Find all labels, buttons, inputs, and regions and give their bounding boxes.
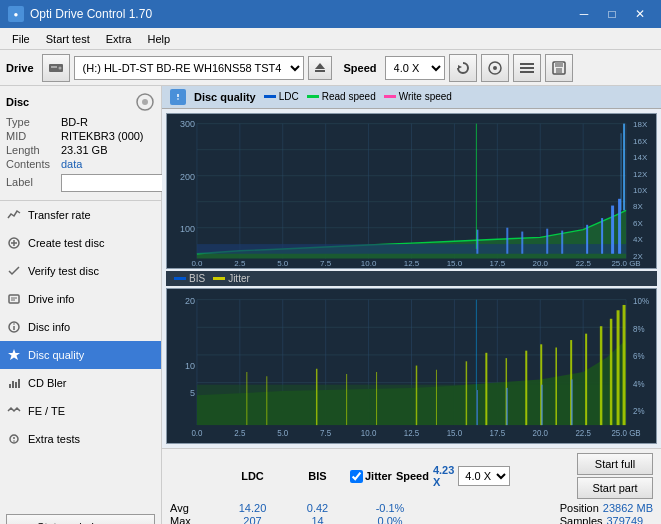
sidebar-item-drive-info[interactable]: Drive info xyxy=(0,285,161,313)
menu-file[interactable]: File xyxy=(4,31,38,47)
disc-icon-btn[interactable] xyxy=(481,54,509,82)
avg-jitter: -0.1% xyxy=(350,502,430,514)
speed-select[interactable]: 4.0 X xyxy=(385,56,445,80)
svg-text:10: 10 xyxy=(185,360,195,370)
legend-jitter: Jitter xyxy=(213,273,250,284)
svg-rect-81 xyxy=(506,227,508,253)
extra-tests-label: Extra tests xyxy=(28,433,80,445)
app-icon: ● xyxy=(8,6,24,22)
disc-mid-value: RITEKBR3 (000) xyxy=(61,130,144,142)
bis-legend-label: BIS xyxy=(189,273,205,284)
svg-rect-10 xyxy=(520,71,534,73)
svg-text:12.5: 12.5 xyxy=(404,428,420,437)
sidebar-item-cd-bler[interactable]: CD Bler xyxy=(0,369,161,397)
svg-text:10.0: 10.0 xyxy=(361,428,377,437)
svg-text:5.0: 5.0 xyxy=(277,259,289,268)
legend-ldc: LDC xyxy=(264,91,299,102)
disc-contents-value: data xyxy=(61,158,82,170)
toolbar: Drive (H:) HL-DT-ST BD-RE WH16NS58 TST4 … xyxy=(0,50,661,86)
stats-left-cols: Avg 14.20 0.42 -0.1% Max 207 14 0.0% Tot… xyxy=(170,502,552,524)
cd-bler-icon xyxy=(6,375,22,391)
speed-label: Speed xyxy=(344,62,377,74)
svg-rect-151 xyxy=(541,385,542,425)
max-ldc: 207 xyxy=(220,515,285,524)
stats-speed-select[interactable]: 4.0 X xyxy=(458,466,510,486)
jitter-checkbox[interactable] xyxy=(350,470,363,483)
svg-text:20: 20 xyxy=(185,295,195,305)
svg-text:15.0: 15.0 xyxy=(447,428,463,437)
svg-rect-28 xyxy=(12,381,14,388)
svg-text:300: 300 xyxy=(180,119,195,129)
refresh-button[interactable] xyxy=(449,54,477,82)
legend-read-speed: Read speed xyxy=(307,91,376,102)
close-button[interactable]: ✕ xyxy=(627,3,653,25)
disc-type-row: Type BD-R xyxy=(6,116,155,128)
title-bar-left: ● Opti Drive Control 1.70 xyxy=(8,6,152,22)
svg-text:0.0: 0.0 xyxy=(191,428,202,437)
drive-icon-btn[interactable] xyxy=(42,54,70,82)
sidebar-item-disc-quality[interactable]: Disc quality xyxy=(0,341,161,369)
eject-button[interactable] xyxy=(308,56,332,80)
disc-mid-label: MID xyxy=(6,130,61,142)
menu-help[interactable]: Help xyxy=(139,31,178,47)
svg-point-25 xyxy=(13,323,15,325)
charts-area: 300 200 100 18X 16X 14X 12X 10X 8X 6X 4X… xyxy=(162,109,661,448)
transfer-rate-label: Transfer rate xyxy=(28,209,91,221)
drive-select[interactable]: (H:) HL-DT-ST BD-RE WH16NS58 TST4 xyxy=(74,56,304,80)
sidebar-item-disc-info[interactable]: Disc info xyxy=(0,313,161,341)
sidebar-item-fe-te[interactable]: FE / TE xyxy=(0,397,161,425)
jitter-legend-label: Jitter xyxy=(228,273,250,284)
speed-header: Speed xyxy=(396,470,429,482)
start-part-button[interactable]: Start part xyxy=(577,477,653,499)
position-value: 23862 MB xyxy=(603,502,653,514)
save-icon-btn[interactable] xyxy=(545,54,573,82)
svg-text:20.0: 20.0 xyxy=(532,428,548,437)
sidebar-item-transfer-rate[interactable]: Transfer rate xyxy=(0,201,161,229)
app-title: Opti Drive Control 1.70 xyxy=(30,7,152,21)
svg-text:7.5: 7.5 xyxy=(320,428,331,437)
svg-rect-87 xyxy=(611,205,614,253)
title-bar: ● Opti Drive Control 1.70 ─ □ ✕ xyxy=(0,0,661,28)
svg-point-7 xyxy=(493,66,497,70)
maximize-button[interactable]: □ xyxy=(599,3,625,25)
sidebar: Disc Type BD-R MID RITEKBR3 (000) Length… xyxy=(0,86,162,524)
sidebar-item-extra-tests[interactable]: Extra tests xyxy=(0,425,161,453)
menu-bar: File Start test Extra Help xyxy=(0,28,661,50)
svg-text:17.5: 17.5 xyxy=(490,428,506,437)
disc-contents-row: Contents data xyxy=(6,158,155,170)
right-content: Disc quality LDC Read speed Write speed xyxy=(162,86,661,524)
svg-rect-83 xyxy=(546,228,548,253)
sidebar-item-create-test-disc[interactable]: Create test disc xyxy=(0,229,161,257)
disc-info-icon xyxy=(6,319,22,335)
svg-rect-29 xyxy=(15,382,17,388)
menu-extra[interactable]: Extra xyxy=(98,31,140,47)
legend-read-speed-label: Read speed xyxy=(322,91,376,102)
disc-quality-header: Disc quality LDC Read speed Write speed xyxy=(162,86,661,109)
svg-text:12X: 12X xyxy=(633,169,648,178)
samples-row: Samples 379749 xyxy=(560,515,653,524)
max-bis: 14 xyxy=(285,515,350,524)
verify-test-disc-label: Verify test disc xyxy=(28,265,99,277)
samples-label: Samples xyxy=(560,515,603,524)
avg-ldc: 14.20 xyxy=(220,502,285,514)
svg-marker-5 xyxy=(458,65,462,69)
svg-text:2%: 2% xyxy=(633,407,645,416)
svg-text:4X: 4X xyxy=(633,235,644,244)
svg-rect-9 xyxy=(520,67,534,69)
svg-rect-30 xyxy=(18,379,20,388)
disc-contents-label: Contents xyxy=(6,158,61,170)
sidebar-item-verify-test-disc[interactable]: Verify test disc xyxy=(0,257,161,285)
status-window-button[interactable]: Status window >> xyxy=(6,514,155,524)
start-full-button[interactable]: Start full xyxy=(577,453,653,475)
svg-text:4%: 4% xyxy=(633,379,645,388)
disc-length-value: 23.31 GB xyxy=(61,144,107,156)
minimize-button[interactable]: ─ xyxy=(571,3,597,25)
position-row: Position 23862 MB xyxy=(560,502,653,514)
config-icon-btn[interactable] xyxy=(513,54,541,82)
menu-start-test[interactable]: Start test xyxy=(38,31,98,47)
svg-rect-82 xyxy=(521,231,523,253)
svg-marker-3 xyxy=(315,63,325,69)
stats-header-row: LDC BIS Jitter Speed 4.23 X 4.0 X Start … xyxy=(170,453,653,499)
fe-te-label: FE / TE xyxy=(28,405,65,417)
max-jitter: 0.0% xyxy=(350,515,430,524)
